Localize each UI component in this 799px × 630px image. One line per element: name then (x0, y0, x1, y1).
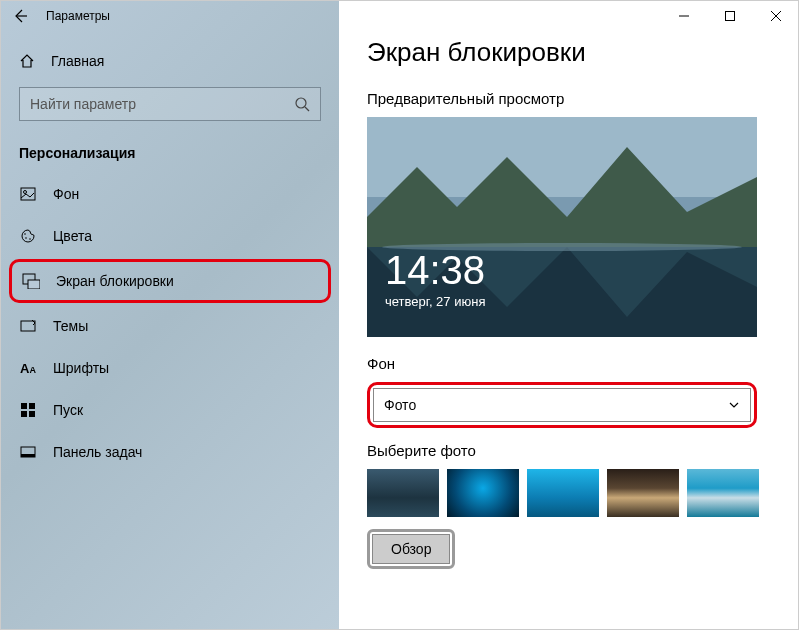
sidebar-item-start[interactable]: Пуск (1, 389, 339, 431)
photo-thumb[interactable] (367, 469, 439, 517)
sidebar-item-label: Экран блокировки (56, 273, 174, 289)
window-title: Параметры (46, 9, 110, 23)
search-icon (294, 96, 310, 112)
preview-overlay: 14:38 четверг, 27 июня (385, 250, 485, 309)
sidebar-item-background[interactable]: Фон (1, 173, 339, 215)
maximize-button[interactable] (707, 0, 753, 32)
content-area: Экран блокировки Предварительный просмот… (339, 1, 798, 629)
sidebar: Главная Персонализация Фон Цвета Э (1, 1, 339, 629)
sidebar-item-label: Цвета (53, 228, 92, 244)
category-label: Персонализация (1, 137, 339, 173)
preview-date: четверг, 27 июня (385, 294, 485, 309)
sidebar-item-themes[interactable]: Темы (1, 305, 339, 347)
svg-point-6 (29, 238, 31, 240)
back-button[interactable] (0, 0, 40, 32)
dropdown-value: Фото (384, 397, 416, 413)
close-button[interactable] (753, 0, 799, 32)
background-dropdown[interactable]: Фото (373, 388, 751, 422)
svg-rect-10 (21, 403, 27, 409)
start-icon (19, 401, 37, 419)
sidebar-item-label: Темы (53, 318, 88, 334)
page-title: Экран блокировки (367, 37, 770, 68)
background-label: Фон (367, 355, 770, 372)
svg-rect-0 (726, 12, 735, 21)
photo-thumb[interactable] (607, 469, 679, 517)
svg-rect-15 (21, 454, 35, 457)
photo-thumb[interactable] (687, 469, 759, 517)
minimize-button[interactable] (661, 0, 707, 32)
picture-icon (19, 185, 37, 203)
preview-time: 14:38 (385, 250, 485, 290)
chevron-down-icon (728, 399, 740, 411)
svg-rect-11 (29, 403, 35, 409)
search-box[interactable] (19, 87, 321, 121)
taskbar-icon (19, 443, 37, 461)
sidebar-item-label: Пуск (53, 402, 83, 418)
sidebar-item-lockscreen[interactable]: Экран блокировки (9, 259, 331, 303)
lockscreen-preview: 14:38 четверг, 27 июня (367, 117, 757, 337)
sidebar-item-taskbar[interactable]: Панель задач (1, 431, 339, 473)
svg-point-1 (296, 98, 306, 108)
photo-thumb[interactable] (527, 469, 599, 517)
background-dropdown-highlight: Фото (367, 382, 757, 428)
fonts-icon: AA (19, 359, 37, 377)
svg-rect-12 (21, 411, 27, 417)
sidebar-item-label: Шрифты (53, 360, 109, 376)
window-controls (661, 0, 799, 32)
photo-thumbnails (367, 469, 770, 517)
svg-point-4 (24, 233, 26, 235)
search-input[interactable] (30, 96, 294, 112)
themes-icon (19, 317, 37, 335)
svg-point-3 (24, 191, 27, 194)
home-icon (19, 53, 35, 69)
svg-point-5 (25, 237, 27, 239)
sidebar-item-colors[interactable]: Цвета (1, 215, 339, 257)
svg-rect-13 (29, 411, 35, 417)
browse-button[interactable]: Обзор (372, 534, 450, 564)
svg-rect-8 (28, 280, 40, 289)
titlebar: Параметры (0, 0, 799, 32)
home-label: Главная (51, 53, 104, 69)
choose-photo-label: Выберите фото (367, 442, 770, 459)
home-nav[interactable]: Главная (1, 43, 339, 79)
photo-thumb[interactable] (447, 469, 519, 517)
sidebar-item-label: Фон (53, 186, 79, 202)
browse-highlight: Обзор (367, 529, 455, 569)
svg-rect-9 (21, 321, 35, 331)
sidebar-item-label: Панель задач (53, 444, 142, 460)
preview-label: Предварительный просмотр (367, 90, 770, 107)
lockscreen-icon (22, 272, 40, 290)
sidebar-item-fonts[interactable]: AA Шрифты (1, 347, 339, 389)
palette-icon (19, 227, 37, 245)
